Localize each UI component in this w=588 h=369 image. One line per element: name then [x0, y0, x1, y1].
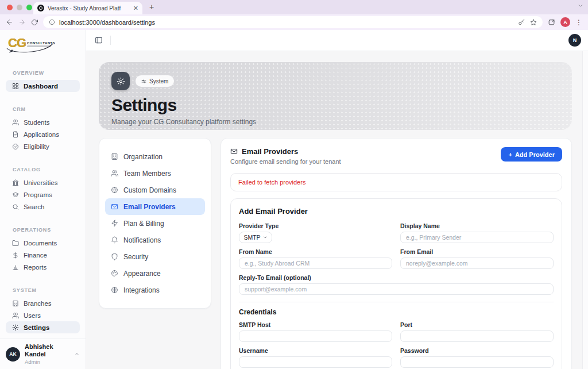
reload-button[interactable]: [31, 19, 38, 26]
users-icon: [12, 119, 19, 126]
add-email-provider-form: Add Email Provider Provider Type SMTP: [230, 198, 562, 369]
section-label-overview: OVERVIEW: [13, 70, 73, 76]
building-icon: [12, 300, 19, 307]
sidebar-item-universities[interactable]: Universities: [6, 176, 80, 189]
section-label-crm: CRM: [13, 106, 73, 112]
tab-custom-domains[interactable]: Custom Domains: [105, 182, 205, 198]
panel-subtitle: Configure email sending for your tenant: [230, 158, 341, 165]
minimize-window-button[interactable]: [17, 5, 22, 10]
tab-organization[interactable]: Organization: [105, 148, 205, 165]
email-providers-panel: Email Providers Configure email sending …: [220, 138, 572, 369]
scrollbar[interactable]: [582, 51, 588, 369]
panel-title: Email Providers: [242, 147, 298, 156]
sidebar-item-documents[interactable]: Documents: [6, 237, 80, 249]
forward-button[interactable]: [18, 18, 26, 26]
sidebar-item-applications[interactable]: Applications: [6, 128, 80, 140]
tab-security[interactable]: Security: [105, 248, 205, 265]
browser-tab[interactable]: Verastix - Study Abroad Platf ✕: [33, 2, 142, 14]
new-tab-button[interactable]: +: [149, 2, 154, 11]
display-name-label: Display Name: [400, 222, 554, 229]
sidebar-item-eligibility[interactable]: Eligibility: [6, 140, 80, 152]
address-bar[interactable]: localhost:3000/dashboard/settings: [43, 16, 543, 28]
sidebar-item-reports[interactable]: Reports: [6, 261, 80, 273]
building-icon: [12, 179, 19, 186]
sidebar-item-finance[interactable]: Finance: [6, 249, 80, 261]
zoom-window-button[interactable]: [26, 5, 32, 10]
form-title: Add Email Provider: [239, 207, 554, 216]
section-label-operations: OPERATIONS: [13, 227, 73, 233]
users-icon: [111, 170, 118, 177]
reply-to-label: Reply-To Email (optional): [239, 274, 554, 281]
sidebar-item-settings[interactable]: Settings: [6, 321, 80, 333]
bookmark-star-icon[interactable]: [530, 19, 537, 26]
logo-subtext: CONSULTANTS: [27, 41, 55, 45]
check-circle-icon: [12, 143, 19, 150]
port-input[interactable]: [400, 330, 554, 342]
gear-icon: [12, 324, 19, 331]
palette-icon: [111, 270, 118, 277]
file-icon: [12, 131, 19, 138]
url-text[interactable]: localhost:3000/dashboard/settings: [59, 19, 514, 26]
username-label: Username: [239, 347, 392, 354]
sidebar: CG CONSULTANTS OVERVIEW Dashboard CRM St…: [0, 30, 86, 369]
sidebar-toggle-icon[interactable]: [93, 34, 105, 46]
kebab-menu-icon[interactable]: ⋮: [575, 18, 582, 26]
back-button[interactable]: [6, 18, 13, 26]
browser-profile-avatar[interactable]: A: [560, 17, 570, 27]
from-email-input[interactable]: [400, 257, 554, 269]
close-window-button[interactable]: [7, 5, 13, 10]
mail-icon: [111, 203, 118, 210]
bell-icon: [111, 236, 118, 244]
tab-integrations[interactable]: Integrations: [105, 282, 205, 298]
sidebar-item-users[interactable]: Users: [6, 309, 80, 321]
password-key-icon[interactable]: [518, 19, 525, 26]
zap-icon: [111, 220, 118, 227]
sidebar-item-branches[interactable]: Branches: [6, 297, 80, 309]
site-info-icon[interactable]: [49, 19, 55, 25]
page-title: Settings: [111, 95, 559, 115]
sidebar-item-search[interactable]: Search: [6, 201, 80, 213]
tab-plan-billing[interactable]: Plan & Billing: [105, 215, 205, 232]
sidebar-user-menu[interactable]: AK Abhishek Kandel Admin: [0, 339, 86, 369]
sidebar-item-programs[interactable]: Programs: [6, 189, 80, 201]
folder-icon: [12, 240, 19, 247]
gear-icon: [117, 77, 125, 86]
display-name-input[interactable]: [400, 232, 554, 243]
credentials-heading: Credentials: [239, 308, 554, 316]
graduation-cap-icon: [12, 191, 19, 198]
tab-appearance[interactable]: Appearance: [105, 265, 205, 282]
chevron-up-icon: [74, 351, 80, 357]
page-subtitle: Manage your CG Consultancy platform sett…: [111, 118, 559, 126]
browser-extensions-icon[interactable]: [548, 18, 555, 26]
provider-type-select[interactable]: SMTP: [239, 232, 272, 243]
password-label: Password: [400, 347, 554, 354]
window-controls[interactable]: [7, 5, 32, 10]
reply-to-input[interactable]: [239, 283, 554, 295]
from-name-label: From Name: [239, 248, 392, 255]
form-divider: [239, 302, 554, 302]
add-provider-button[interactable]: + Add Provider: [501, 147, 562, 162]
username-input[interactable]: [239, 356, 392, 368]
plus-icon: +: [508, 151, 512, 158]
tab-email-providers[interactable]: Email Providers: [105, 198, 205, 215]
user-avatar: AK: [6, 347, 20, 362]
logo-tagline: [27, 45, 51, 47]
tab-team-members[interactable]: Team Members: [105, 165, 205, 182]
chevron-down-icon[interactable]: [578, 3, 583, 9]
globe-icon: [111, 186, 118, 194]
bar-chart-icon: [12, 264, 19, 271]
sidebar-item-dashboard[interactable]: Dashboard: [6, 80, 80, 92]
password-input[interactable]: [400, 356, 554, 368]
tab-title: Verastix - Study Abroad Platf: [48, 5, 130, 11]
tab-close-icon[interactable]: ✕: [133, 5, 138, 11]
smtp-host-label: SMTP Host: [239, 321, 392, 328]
sidebar-item-students[interactable]: Students: [6, 116, 80, 128]
tab-notifications[interactable]: Notifications: [105, 232, 205, 248]
from-name-input[interactable]: [239, 257, 392, 269]
settings-gear-badge: [111, 72, 130, 90]
topbar-avatar[interactable]: N: [568, 34, 581, 47]
building-icon: [111, 153, 118, 160]
app-logo: CG CONSULTANTS: [0, 30, 86, 61]
user-name: Abhishek Kandel: [25, 343, 69, 358]
smtp-host-input[interactable]: [239, 330, 392, 342]
